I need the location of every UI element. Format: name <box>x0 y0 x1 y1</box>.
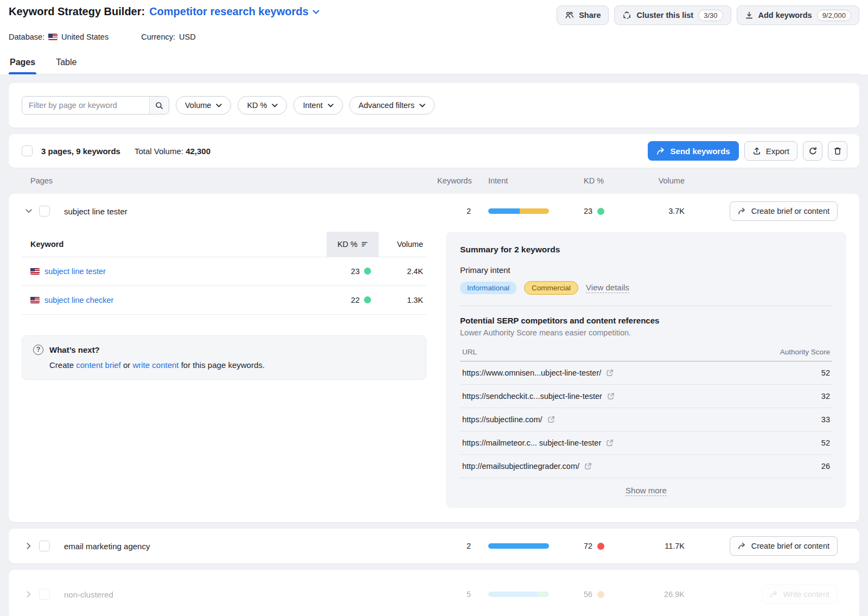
database-label: Database: <box>9 33 44 41</box>
kd-cell: 56 <box>566 590 625 599</box>
total-volume: Total Volume: 42,300 <box>135 147 210 156</box>
keyword-link[interactable]: subject line tester <box>44 267 106 276</box>
column-keywords: Keywords <box>437 176 471 185</box>
column-volume: Volume <box>625 176 685 185</box>
competitor-row: https://sendcheckit.c...subject-line-tes… <box>460 385 832 408</box>
keywords-count-badge: 9/2,000 <box>817 10 851 21</box>
show-more-link[interactable]: Show more <box>626 486 667 496</box>
row-checkbox[interactable] <box>39 541 50 551</box>
keyword-table: Keyword KD % Volume <box>22 232 426 315</box>
tab-table[interactable]: Table <box>55 54 78 74</box>
keyword-kd-value: 22 <box>351 296 360 304</box>
primary-intent-label: Primary intent <box>460 265 832 275</box>
write-content-link[interactable]: write content <box>132 360 178 370</box>
external-link-icon[interactable] <box>606 369 614 377</box>
external-link-icon[interactable] <box>584 462 592 470</box>
create-brief-or-content-button[interactable]: Create brief or content <box>730 536 838 556</box>
keyword-volume: 2.4K <box>379 257 426 285</box>
expand-row-button[interactable] <box>23 588 35 600</box>
intent-bar <box>488 208 549 214</box>
external-link-icon[interactable] <box>607 392 615 400</box>
advanced-filters-dropdown[interactable]: Advanced filters <box>349 96 435 115</box>
us-flag-icon <box>30 297 40 303</box>
kd-column-header[interactable]: KD % <box>327 232 379 257</box>
list-picker[interactable]: Competitor research keywords <box>149 5 319 18</box>
column-intent: Intent <box>471 176 566 185</box>
page-row: non-clustered 5 56 26.9K Write content <box>9 570 859 616</box>
whats-next-text: Create content brief or write content fo… <box>49 360 415 370</box>
create-brief-or-content-button[interactable]: Create brief or content <box>730 201 838 221</box>
row-checkbox[interactable] <box>39 206 50 217</box>
table-column-headers: Pages Keywords Intent KD % Volume <box>9 168 859 194</box>
authority-score: 26 <box>736 455 832 478</box>
tab-pages[interactable]: Pages <box>9 54 36 74</box>
whats-next-title: What’s next? <box>49 345 100 354</box>
send-keywords-button[interactable]: Send keywords <box>648 141 739 161</box>
list-name[interactable]: Competitor research keywords <box>149 5 308 18</box>
competitor-url: https://sendcheckit.c...subject-line-tes… <box>462 392 602 401</box>
kd-cell: 23 <box>566 207 625 215</box>
collapse-row-button[interactable] <box>23 205 35 217</box>
kd-cell: 72 <box>566 542 625 550</box>
competitor-url: https://subjectline.com/ <box>462 415 542 424</box>
write-content-button[interactable]: Write content <box>762 585 838 604</box>
expand-row-button[interactable] <box>23 540 35 552</box>
share-users-icon <box>565 11 574 20</box>
export-icon <box>752 147 761 155</box>
competitor-row: https://subjectline.com/ 33 <box>460 408 832 431</box>
volume-filter-dropdown[interactable]: Volume <box>176 96 231 115</box>
action-label: Create brief or content <box>751 207 829 215</box>
share-button[interactable]: Share <box>557 5 609 25</box>
send-arrow-icon <box>656 147 666 155</box>
keyword-column-header: Keyword <box>22 232 327 257</box>
cluster-this-list-button[interactable]: Cluster this list 3/30 <box>614 5 731 25</box>
currency-selector[interactable]: Currency: USD <box>141 33 195 41</box>
search-input[interactable] <box>22 97 149 114</box>
search-button[interactable] <box>149 97 169 114</box>
volume-column-header[interactable]: Volume <box>379 232 426 257</box>
keyword-link[interactable]: subject line checker <box>44 296 113 304</box>
send-arrow-icon <box>738 207 746 215</box>
action-label: Write content <box>783 590 829 599</box>
import-down-icon <box>745 11 754 20</box>
intent-filter-dropdown[interactable]: Intent <box>293 96 342 115</box>
row-checkbox[interactable] <box>39 589 50 600</box>
summary-title: Summary for 2 keywords <box>460 245 832 255</box>
kd-filter-label: KD % <box>247 101 267 110</box>
page-name: email marketing agency <box>64 542 437 551</box>
page-detail: Keyword KD % Volume <box>9 228 859 522</box>
authority-score: 32 <box>736 385 832 408</box>
search-box <box>22 96 169 115</box>
sort-descending-icon <box>361 242 368 247</box>
select-all-checkbox[interactable] <box>22 145 33 156</box>
selection-bar: 3 pages, 9 keywords Total Volume: 42,300… <box>9 134 859 168</box>
page-card-non-clustered: non-clustered 5 56 26.9K Write content <box>9 570 859 616</box>
kd-dot <box>364 296 371 303</box>
total-volume-label: Total Volume: <box>135 147 183 156</box>
external-link-icon[interactable] <box>547 416 555 423</box>
trash-icon <box>833 147 842 156</box>
cluster-label: Cluster this list <box>636 11 693 20</box>
page-header: Keyword Strategy Builder: Competitor res… <box>0 0 868 74</box>
serp-competitors-title: Potential SERP competitors and content r… <box>460 316 832 325</box>
kd-filter-dropdown[interactable]: KD % <box>238 96 287 115</box>
volume-filter-label: Volume <box>185 101 211 110</box>
informational-intent-badge: Informational <box>460 282 516 294</box>
page-row: subject line tester 2 23 3.7K Create bri… <box>9 194 859 228</box>
export-button[interactable]: Export <box>744 141 797 161</box>
external-link-icon[interactable] <box>606 439 614 447</box>
export-label: Export <box>766 147 789 156</box>
view-details-link[interactable]: View details <box>586 283 629 293</box>
kd-value: 23 <box>584 207 592 215</box>
add-keywords-button[interactable]: Add keywords 9/2,000 <box>737 5 859 25</box>
competitor-row: https://www.omnisen...ubject-line-tester… <box>460 361 832 385</box>
database-selector[interactable]: Database: United States <box>9 33 108 41</box>
intent-bar <box>488 543 549 549</box>
page-row: email marketing agency 2 72 11.7K Create… <box>9 529 859 563</box>
keywords-count: 2 <box>437 542 471 550</box>
selection-summary: 3 pages, 9 keywords <box>41 147 120 156</box>
content-brief-link[interactable]: content brief <box>76 360 121 370</box>
delete-button[interactable] <box>828 141 847 161</box>
refresh-button[interactable] <box>803 141 822 161</box>
filter-bar: Volume KD % Intent Advanced filters <box>9 83 859 128</box>
